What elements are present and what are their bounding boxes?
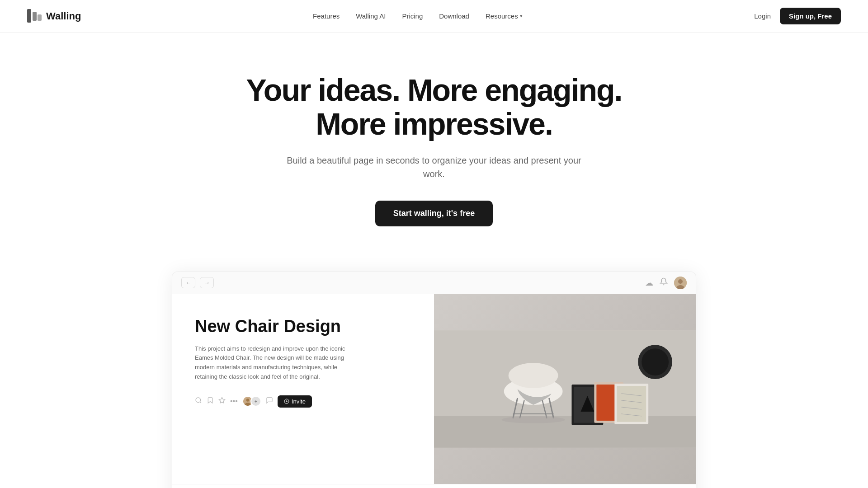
collaborator-avatars: + — [242, 396, 261, 407]
nav-pricing[interactable]: Pricing — [402, 12, 423, 20]
app-bottom: Brief ••• intro-image.png — [172, 484, 696, 488]
app-content: New Chair Design This project aims to re… — [172, 294, 696, 484]
hero-section: Your ideas. More engaging. More impressi… — [0, 33, 868, 253]
forward-button[interactable]: → — [200, 277, 214, 288]
signup-button[interactable]: Sign up, Free — [780, 8, 841, 24]
navbar: Walling Features Walling AI Pricing Down… — [0, 0, 868, 33]
svg-point-16 — [642, 348, 669, 375]
svg-rect-14 — [434, 416, 696, 447]
svg-point-9 — [246, 399, 249, 402]
chair-photo — [434, 294, 696, 484]
project-title: New Chair Design — [195, 317, 411, 336]
user-avatar[interactable] — [674, 277, 687, 289]
collaborator-avatar-plus: + — [250, 396, 261, 407]
nav-download[interactable]: Download — [439, 12, 469, 20]
nav-features[interactable]: Features — [313, 12, 340, 20]
svg-point-35 — [502, 416, 565, 423]
project-actions: ••• + Invite — [195, 395, 411, 408]
nav-actions: Login Sign up, Free — [754, 8, 841, 24]
nav-links: Features Walling AI Pricing Download Res… — [313, 12, 523, 20]
invite-button[interactable]: Invite — [278, 395, 312, 408]
hero-title: Your ideas. More engaging. More impressi… — [231, 73, 637, 141]
project-info: New Chair Design This project aims to re… — [172, 294, 434, 484]
hero-subtitle: Build a beautiful page in seconds to org… — [280, 154, 588, 181]
cloud-icon[interactable]: ☁ — [645, 278, 653, 288]
cta-button[interactable]: Start walling, it's free — [375, 201, 493, 226]
logo-link[interactable]: Walling — [27, 8, 81, 24]
toolbar-right: ☁ — [645, 277, 687, 289]
logo-icon — [27, 8, 42, 24]
more-icon[interactable]: ••• — [230, 397, 238, 405]
svg-rect-0 — [27, 9, 31, 23]
project-image — [434, 294, 696, 484]
star-icon[interactable] — [218, 397, 226, 406]
svg-rect-1 — [33, 12, 37, 21]
bookmark-icon[interactable] — [207, 397, 214, 406]
comment-icon[interactable] — [266, 397, 273, 406]
svg-marker-7 — [219, 398, 225, 404]
forward-icon: → — [204, 279, 210, 286]
back-button[interactable]: ← — [181, 277, 195, 288]
chevron-down-icon: ▾ — [520, 13, 523, 19]
svg-rect-30 — [617, 386, 646, 422]
bell-icon[interactable] — [660, 277, 668, 288]
login-button[interactable]: Login — [754, 12, 771, 20]
search-icon[interactable] — [195, 397, 202, 406]
svg-rect-2 — [38, 14, 42, 21]
nav-walling-ai[interactable]: Walling AI — [356, 12, 386, 20]
logo-text: Walling — [46, 10, 81, 22]
app-preview-wrapper: ← → ☁ — [0, 272, 868, 488]
app-preview: ← → ☁ — [172, 272, 696, 488]
app-toolbar: ← → ☁ — [172, 272, 696, 294]
svg-point-4 — [678, 279, 683, 284]
project-description: This project aims to redesign and improv… — [195, 344, 349, 382]
toolbar-left: ← → — [181, 277, 214, 288]
back-icon: ← — [185, 279, 191, 286]
nav-resources[interactable]: Resources ▾ — [486, 12, 523, 20]
svg-point-6 — [196, 398, 201, 403]
chair-illustration — [434, 294, 696, 484]
svg-point-18 — [509, 363, 558, 388]
